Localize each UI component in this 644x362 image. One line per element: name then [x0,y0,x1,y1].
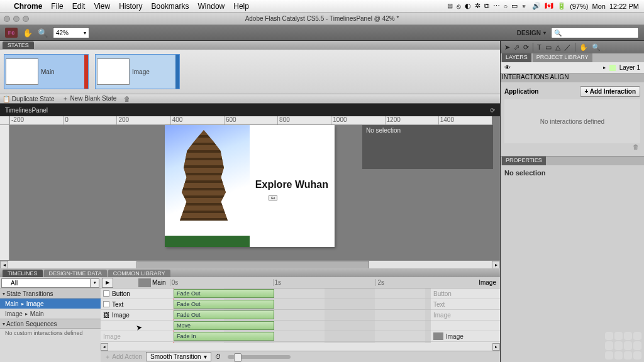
rect-tool-icon[interactable]: ▭ [545,43,552,52]
app-toolbar: Fc ✋ 🔍 42% DESIGN 🔍 [0,25,644,41]
watermark-icon [605,332,641,359]
flag-icon[interactable]: 🇨🇦 [545,2,553,10]
menu-file[interactable]: File [51,2,63,11]
timeline-h-scrollbar[interactable]: ◂▸ [101,343,500,351]
action-sequences-note: No custom interactions defined [0,329,101,337]
active-app[interactable]: Chrome [14,2,42,11]
timeline-clip[interactable]: Fade Out [174,289,274,298]
track-toggle[interactable] [103,290,109,297]
zoom-tool-icon[interactable]: 🔍 [38,28,48,38]
volume-icon[interactable]: 🔊 [532,2,541,10]
scroll-right-icon[interactable]: ▸ [492,261,500,269]
track-toggle[interactable] [103,301,109,307]
timeline-clip[interactable]: Fade In [174,332,274,341]
search-dropdown-icon[interactable]: ▾ [91,278,99,288]
end-state-row [431,321,500,331]
add-interaction-button[interactable]: + Add Interaction [580,86,640,97]
bottom-tabs: TIMELINES DESIGN-TIME DATA COMMON LIBRAR… [0,268,500,277]
tray-icon[interactable]: ⎋ [457,3,461,10]
selection-tool-icon[interactable]: ➤ [504,43,510,52]
tray-icon[interactable]: ◐ [465,2,471,10]
states-panel-header: STATES [0,41,500,50]
triangle-tool-icon[interactable]: △ [555,43,560,52]
action-sequences-header[interactable]: Action Sequences [0,319,101,329]
tab-interactions[interactable]: INTERACTIONS [502,74,548,82]
timelines-panel: ▾ State Transitions Main▸Image Image▸Mai… [0,277,500,362]
zoom-select[interactable]: 42% [53,27,89,38]
end-state-row: Image [431,310,500,321]
transition-row[interactable]: Main▸Image [0,299,101,309]
state-image[interactable]: Image [95,54,180,89]
workspace-mode[interactable]: DESIGN [517,30,546,36]
states-panel-footer: 📋 Duplicate State ＋ New Blank State 🗑 [0,94,500,104]
ruler-vertical [0,125,9,260]
menu-edit[interactable]: Edit [72,2,86,11]
tray-icon[interactable]: ⧉ [484,2,489,10]
track-area[interactable]: Fade Out Fade Out Fade Out Move Fade In [174,288,431,343]
new-blank-state-button[interactable]: New Blank State [70,95,116,102]
direct-select-icon[interactable]: ⬀ [514,43,519,52]
tab-timelines[interactable]: TIMELINES [3,270,43,277]
canvas-h-scrollbar[interactable]: ◂ ▸ [0,260,500,268]
scroll-thumb[interactable] [136,261,369,269]
transition-row[interactable]: Image▸Main [0,309,101,319]
state-transitions-header[interactable]: State Transitions [0,288,101,299]
artboard-image [165,125,250,247]
search-field[interactable]: 🔍 [551,27,639,38]
tray-icon[interactable]: ✲ [475,2,480,10]
interactions-section: Application + Add Interaction No interac… [501,82,644,156]
menu-help[interactable]: Help [233,2,249,11]
visibility-icon[interactable]: 👁 [504,64,511,71]
zoom-tool-icon[interactable]: 🔍 [592,43,601,52]
state-main[interactable]: Main [4,54,89,89]
duplicate-state-button[interactable]: Duplicate State [12,96,55,102]
tray-icon[interactable]: ○ [504,3,508,10]
wifi-icon[interactable]: ᯤ [521,3,528,10]
tab-common-library[interactable]: COMMON LIBRARY [108,270,170,277]
artboard-go-button[interactable]: Go [269,195,277,200]
timeline-clip[interactable]: Move [174,321,274,330]
timeline-clip[interactable]: Fade Out [174,300,274,309]
tray-icon[interactable]: ⋯ [493,2,500,10]
expand-icon[interactable]: ▸ [603,65,606,70]
end-state-row: Image [431,331,500,342]
trash-icon[interactable]: 🗑 [124,96,130,102]
tab-properties[interactable]: PROPERTIES [502,156,546,165]
tab-layers[interactable]: LAYERS [502,53,531,62]
window-controls[interactable] [4,16,29,22]
hand-tool-icon[interactable]: ✋ [579,43,588,52]
document-header: TimelinesPanel ⟳ [0,104,500,116]
battery-icon[interactable]: 🔋 [557,2,566,10]
transform-icon[interactable]: ⟳ [523,43,529,52]
timeline-clip[interactable]: Fade Out [174,310,274,319]
text-tool-icon[interactable]: T [537,43,541,51]
tray-icon[interactable]: ▭ [511,2,518,10]
tab-design-time-data[interactable]: DESIGN-TIME DATA [44,270,107,277]
line-tool-icon[interactable]: ／ [564,43,571,52]
timeline-footer: ＋ Add Action Smooth Transition▾ ⏱ [101,351,500,362]
smooth-transition-select[interactable]: Smooth Transition▾ [146,352,211,361]
menu-bookmarks[interactable]: Bookmarks [152,2,189,11]
interactions-body: No interactions defined [504,99,640,143]
trash-icon[interactable]: 🗑 [633,143,639,152]
layer-name[interactable]: Layer 1 [619,64,640,71]
end-state-row: Text [431,299,500,310]
canvas[interactable]: -2000200400600800100012001400 Explore Wu… [0,116,500,268]
tab-project-library[interactable]: PROJECT LIBRARY [533,53,592,62]
hand-tool-icon[interactable]: ✋ [23,28,33,38]
zoom-slider[interactable] [228,355,291,359]
layer-row[interactable]: 👁 ▸ Layer 1 [501,62,644,74]
tray-icon[interactable]: ⊞ [447,2,453,10]
states-tab[interactable]: STATES [3,41,34,49]
menu-window[interactable]: Window [198,2,225,11]
refresh-icon[interactable]: ⟳ [490,107,495,114]
menu-view[interactable]: View [94,2,110,11]
timelines-search[interactable] [1,278,91,288]
end-state-row: Button [431,288,500,299]
artboard[interactable]: Explore Wuhan Go [165,125,335,247]
tab-align[interactable]: ALIGN [550,74,569,82]
scroll-left-icon[interactable]: ◂ [0,261,8,269]
play-button[interactable]: ▶ [102,278,113,288]
interactions-heading: Application [504,88,538,95]
menu-history[interactable]: History [119,2,142,11]
